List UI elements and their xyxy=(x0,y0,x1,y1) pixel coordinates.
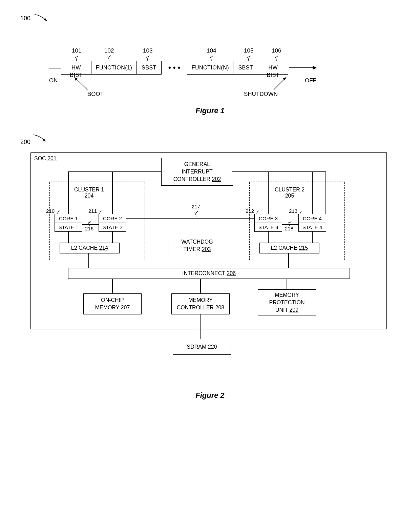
line xyxy=(288,253,289,268)
interconnect-text: INTERCONNECT 206 xyxy=(182,270,236,277)
ref-arrow-icon xyxy=(34,14,50,24)
core-4: CORE 4 STATE 4 xyxy=(298,214,326,232)
arrow-right-icon xyxy=(289,67,316,68)
label-216: 216 xyxy=(85,226,93,231)
line-218 xyxy=(282,224,298,225)
box-101: HW BIST xyxy=(61,61,91,75)
line xyxy=(200,314,201,339)
label-218: 218 xyxy=(285,226,293,231)
ref-200: 200 xyxy=(20,134,49,146)
label-105: 105 xyxy=(244,47,253,54)
hook-icon xyxy=(87,219,92,226)
line xyxy=(68,231,69,243)
line xyxy=(88,253,89,268)
core-3-label: CORE 3 xyxy=(255,214,282,223)
label-210: 210 xyxy=(46,208,55,214)
boot-label: BOOT xyxy=(87,91,104,98)
onchip-memory-box: ON-CHIP MEMORY 207 xyxy=(83,293,142,314)
line xyxy=(268,171,269,214)
figure-2-caption: Figure 2 xyxy=(14,391,406,400)
figure-2: 200 SOC 201 GENERAL INTERRUPT CONTROLLER… xyxy=(14,136,406,400)
shutdown-label: SHUTDOWN xyxy=(244,91,278,98)
l2-2-text: L2 CACHE 215 xyxy=(271,244,308,252)
state-4-label: STATE 4 xyxy=(299,223,326,231)
mpu-text: MEMORY PROTECTION UNIT 209 xyxy=(269,291,305,314)
hook-icon xyxy=(209,54,214,61)
cluster-2-label: CLUSTER 2205 xyxy=(275,187,304,199)
hook-icon xyxy=(274,54,279,61)
label-101: 101 xyxy=(72,47,81,54)
onchip-text: ON-CHIP MEMORY 207 xyxy=(95,296,130,311)
hook-icon xyxy=(246,54,251,61)
hook-icon xyxy=(55,209,60,214)
label-217: 217 xyxy=(192,204,200,209)
box-105: SBST xyxy=(233,61,258,75)
interconnect-box: INTERCONNECT 206 xyxy=(68,268,350,279)
hook-icon xyxy=(298,209,302,214)
hook-icon xyxy=(193,209,199,217)
line xyxy=(68,171,161,172)
state-1-label: STATE 1 xyxy=(55,223,82,231)
core-4-label: CORE 4 xyxy=(299,214,326,223)
figure-1: 100 101 102 103 104 105 106 HW BIST FUNC… xyxy=(14,14,406,115)
line xyxy=(232,171,326,172)
label-212: 212 xyxy=(246,208,254,214)
watchdog-text: WATCHDOG TIMER 203 xyxy=(181,238,213,253)
box-106: HW BIST xyxy=(258,61,288,75)
core-2: CORE 2 STATE 2 xyxy=(99,214,126,232)
state-2-label: STATE 2 xyxy=(99,223,126,231)
shutdown-arrow-icon xyxy=(271,75,291,92)
soc-label: SOC 201 xyxy=(34,156,57,162)
watchdog-box: WATCHDOG TIMER 203 xyxy=(168,236,226,255)
l2-cache-2: L2 CACHE 215 xyxy=(259,243,319,253)
memctrl-text: MEMORY CONTROLLER 208 xyxy=(177,296,225,311)
line xyxy=(112,279,113,293)
label-104: 104 xyxy=(207,47,216,54)
hook-icon xyxy=(97,209,102,214)
label-213: 213 xyxy=(289,208,297,214)
ellipsis: • • • xyxy=(162,63,187,72)
line xyxy=(287,279,287,289)
core-1: CORE 1 STATE 1 xyxy=(55,214,82,232)
mpu-box: MEMORY PROTECTION UNIT 209 xyxy=(258,289,316,315)
line-217 xyxy=(126,218,254,219)
page: 100 101 102 103 104 105 106 HW BIST FUNC… xyxy=(14,14,406,400)
sdram-box: SDRAM 220 xyxy=(173,339,231,355)
ref-arrow-icon xyxy=(32,134,49,144)
gic-box: GENERAL INTERRUPT CONTROLLER 202 xyxy=(161,158,233,186)
label-106: 106 xyxy=(272,47,281,54)
box-102: FUNCTION(1) xyxy=(91,61,137,75)
ref-100-text: 100 xyxy=(20,15,30,22)
box-103: SBST xyxy=(137,61,162,75)
hook-icon xyxy=(106,54,112,61)
line xyxy=(268,231,269,243)
box-104: FUNCTION(N) xyxy=(187,61,233,75)
l2-cache-1: L2 CACHE 214 xyxy=(60,243,120,253)
label-211: 211 xyxy=(88,208,97,214)
hook-icon xyxy=(287,219,292,226)
timeline: HW BIST FUNCTION(1) SBST • • • FUNCTION(… xyxy=(61,61,316,75)
line-216 xyxy=(82,224,99,225)
timeline-line xyxy=(49,68,61,68)
memory-controller-box: MEMORY CONTROLLER 208 xyxy=(171,293,230,314)
on-label: ON xyxy=(49,77,58,84)
line xyxy=(200,279,201,293)
soc-label-text: SOC xyxy=(34,156,47,161)
core-1-label: CORE 1 xyxy=(55,214,82,223)
state-3-label: STATE 3 xyxy=(255,223,282,231)
figure-1-caption: Figure 1 xyxy=(14,106,406,115)
label-103: 103 xyxy=(143,47,152,54)
core-2-label: CORE 2 xyxy=(99,214,126,223)
hook-icon xyxy=(254,209,259,214)
soc-num: 201 xyxy=(47,156,57,161)
line xyxy=(68,171,69,214)
off-label: OFF xyxy=(305,77,316,84)
soc-box: SOC 201 GENERAL INTERRUPT CONTROLLER 202… xyxy=(30,152,387,329)
core-3: CORE 3 STATE 3 xyxy=(254,214,282,232)
line xyxy=(312,231,313,243)
sdram-text: SDRAM 220 xyxy=(187,343,217,351)
gic-text: GENERAL INTERRUPT CONTROLLER 202 xyxy=(173,161,221,183)
ref-200-text: 200 xyxy=(20,139,30,145)
line xyxy=(312,171,313,214)
line xyxy=(112,171,113,214)
